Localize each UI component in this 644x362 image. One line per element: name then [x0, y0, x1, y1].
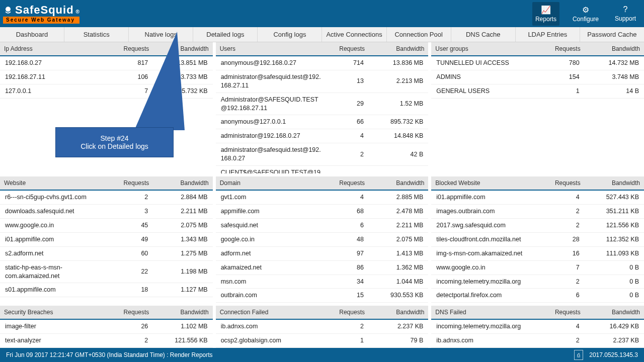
table-row[interactable]: anonymous@127.0.0.1 66 895.732 KB — [216, 115, 429, 129]
table-row[interactable]: 192.168.0.27 817 13.851 MB — [0, 56, 213, 70]
table-row[interactable]: www.google.co.in 45 2.075 MB — [0, 219, 213, 233]
app-header: SafeSquid ® Secure Web Gateway 📈Reports⚙… — [0, 0, 644, 27]
col-requests[interactable]: Requests — [111, 176, 153, 190]
table-row[interactable]: ib.adnxs.com 2 2.237 KB — [431, 334, 644, 348]
panel-user-groups: User groups Requests Bandwidth TUNNELLED… — [431, 42, 644, 173]
table-row[interactable]: gvt1.com 4 2.885 MB — [216, 190, 429, 204]
col-bandwidth[interactable]: Bandwidth — [153, 176, 212, 190]
table-row[interactable]: s2.adform.net 60 1.275 MB — [0, 246, 213, 260]
table-row[interactable]: administrator@192.168.0.27 4 14.848 KB — [216, 129, 429, 143]
col-requests[interactable]: Requests — [111, 306, 153, 319]
table-row[interactable]: i01.appmifile.com 4 527.443 KB — [431, 190, 644, 204]
col-bandwidth[interactable]: Bandwidth — [369, 42, 428, 56]
tab-password-cache[interactable]: Password Cache — [580, 27, 644, 42]
table-row[interactable]: downloads.safesquid.net 3 2.211 MB — [0, 205, 213, 219]
squid-icon — [3, 5, 13, 15]
table-row[interactable]: s01.appmifile.com 18 1.127 MB — [0, 283, 213, 297]
col-title[interactable]: Users — [216, 42, 327, 56]
table-row[interactable]: TUNNELLED UI ACCESS 780 14.732 MB — [431, 56, 644, 70]
col-bandwidth[interactable]: Bandwidth — [585, 306, 644, 319]
pdf-export-icon[interactable]: ⎙ — [574, 350, 583, 360]
header-action-reports[interactable]: 📈Reports — [532, 2, 559, 26]
table-row[interactable]: GENERAL USERS 1 14 B — [431, 84, 644, 98]
panel-security-breaches: Security Breaches Requests Bandwidth ima… — [0, 306, 213, 348]
configure-icon: ⚙ — [573, 5, 599, 15]
version-text: 2017.0525.1345.3 — [589, 351, 638, 358]
reports-icon: 📈 — [535, 5, 556, 15]
header-action-support[interactable]: ?Support — [612, 2, 639, 26]
tab-active-connections[interactable]: Active Connections — [322, 27, 386, 42]
table-row[interactable]: akamaized.net 86 1.362 MB — [216, 260, 429, 275]
table-row[interactable]: ocsp2.globalsign.com 1 79 B — [216, 334, 429, 348]
support-icon: ? — [615, 5, 636, 14]
col-bandwidth[interactable]: Bandwidth — [369, 176, 428, 190]
status-bar: Fri Jun 09 2017 12:21:47 GMT+0530 (India… — [0, 348, 644, 362]
tab-detailed-logs[interactable]: Detailed logs — [193, 27, 258, 42]
col-bandwidth[interactable]: Bandwidth — [585, 176, 644, 190]
col-bandwidth[interactable]: Bandwidth — [369, 306, 428, 319]
table-row[interactable]: image-filter 26 1.102 MB — [0, 319, 213, 333]
header-action-configure[interactable]: ⚙Configure — [570, 2, 602, 26]
table-row[interactable]: ib.adnxs.com 2 2.237 KB — [216, 319, 429, 333]
col-title[interactable]: Ip Address — [0, 42, 111, 56]
col-requests[interactable]: Requests — [542, 306, 585, 319]
col-requests[interactable]: Requests — [326, 42, 369, 56]
table-row[interactable]: adform.net 97 1.413 MB — [216, 246, 429, 260]
table-row[interactable]: safesquid.net 6 2.211 MB — [216, 219, 429, 233]
callout-line1: Step #24 — [100, 134, 128, 142]
table-row[interactable]: text-analyzer 2 121.556 KB — [0, 334, 213, 348]
table-row[interactable]: tiles-cloudfront.cdn.mozilla.net 28 112.… — [431, 232, 644, 246]
col-title[interactable]: Domain — [216, 176, 327, 190]
panel-users: Users Requests Bandwidth anonymous@192.1… — [216, 42, 429, 173]
table-row[interactable]: CLIENT$@SAFESQUID.TEST@192.168.27.11 1 1… — [216, 165, 429, 173]
brand-subtitle: Secure Web Gateway — [3, 17, 79, 24]
tab-statistics[interactable]: Statistics — [64, 27, 129, 42]
panel-dns-failed: DNS Failed Requests Bandwidth incoming.t… — [431, 306, 644, 348]
panel-domain: Domain Requests Bandwidth gvt1.com 4 2.8… — [216, 176, 429, 303]
table-row[interactable]: i01.appmifile.com 49 1.343 MB — [0, 232, 213, 246]
col-title[interactable]: User groups — [431, 42, 542, 56]
col-bandwidth[interactable]: Bandwidth — [153, 42, 212, 56]
tab-native-logs[interactable]: Native logs — [129, 27, 193, 42]
table-row[interactable]: images.outbrain.com 2 351.211 KB — [431, 205, 644, 219]
table-row[interactable]: detectportal.firefox.com 6 0 B — [431, 289, 644, 303]
tab-connection-pool[interactable]: Connection Pool — [387, 27, 451, 42]
tab-config-logs[interactable]: Config logs — [258, 27, 322, 42]
col-title[interactable]: Security Breaches — [0, 306, 111, 319]
table-row[interactable]: outbrain.com 15 930.553 KB — [216, 289, 429, 303]
col-title[interactable]: Connection Failed — [216, 306, 327, 319]
tab-dns-cache[interactable]: DNS Cache — [451, 27, 516, 42]
table-row[interactable]: administrator@safesquid.test@192.168.0.2… — [216, 143, 429, 166]
brand-name: SafeSquid — [15, 5, 74, 16]
tutorial-callout: Step #24 Click on Detailed logs — [55, 127, 174, 157]
table-row[interactable]: google.co.in 48 2.075 MB — [216, 232, 429, 246]
col-requests[interactable]: Requests — [542, 176, 585, 190]
table-row[interactable]: www.google.co.in 7 0 B — [431, 260, 644, 275]
table-row[interactable]: static-hp-eas-s-msn-com.akamaized.net 22… — [0, 260, 213, 283]
col-requests[interactable]: Requests — [542, 42, 585, 56]
col-bandwidth[interactable]: Bandwidth — [585, 42, 644, 56]
tab-ldap-entries[interactable]: LDAP Entries — [516, 27, 580, 42]
nav-tabs: DashboardStatisticsNative logsDetailed l… — [0, 27, 644, 42]
status-text: Fri Jun 09 2017 12:21:47 GMT+0530 (India… — [6, 351, 213, 358]
table-row[interactable]: img-s-msn-com.akamaized.net 16 111.093 K… — [431, 246, 644, 260]
col-requests[interactable]: Requests — [326, 176, 369, 190]
svg-point-0 — [6, 7, 11, 12]
col-requests[interactable]: Requests — [326, 306, 369, 319]
col-title[interactable]: DNS Failed — [431, 306, 542, 319]
col-requests[interactable]: Requests — [111, 42, 153, 56]
col-title[interactable]: Blocked Website — [431, 176, 542, 190]
table-row[interactable]: Administrator@SAFESQUID.TEST@192.168.27.… — [216, 93, 429, 115]
tab-dashboard[interactable]: Dashboard — [0, 27, 64, 42]
table-row[interactable]: anonymous@192.168.0.27 714 13.836 MB — [216, 56, 429, 70]
table-row[interactable]: r6---sn-ci5gup-cvhs.gvt1.com 2 2.884 MB — [0, 190, 213, 204]
table-row[interactable]: incoming.telemetry.mozilla.org 4 16.429 … — [431, 319, 644, 333]
col-bandwidth[interactable]: Bandwidth — [153, 306, 212, 319]
table-row[interactable]: 2017.swg.safesquid.com 2 121.556 KB — [431, 219, 644, 233]
table-row[interactable]: ADMINS 154 3.748 MB — [431, 70, 644, 84]
table-row[interactable]: incoming.telemetry.mozilla.org 2 0 B — [431, 275, 644, 289]
table-row[interactable]: msn.com 34 1.044 MB — [216, 275, 429, 289]
col-title[interactable]: Website — [0, 176, 111, 190]
table-row[interactable]: appmifile.com 68 2.478 MB — [216, 205, 429, 219]
table-row[interactable]: administrator@safesquid.test@192.168.27.… — [216, 70, 429, 93]
